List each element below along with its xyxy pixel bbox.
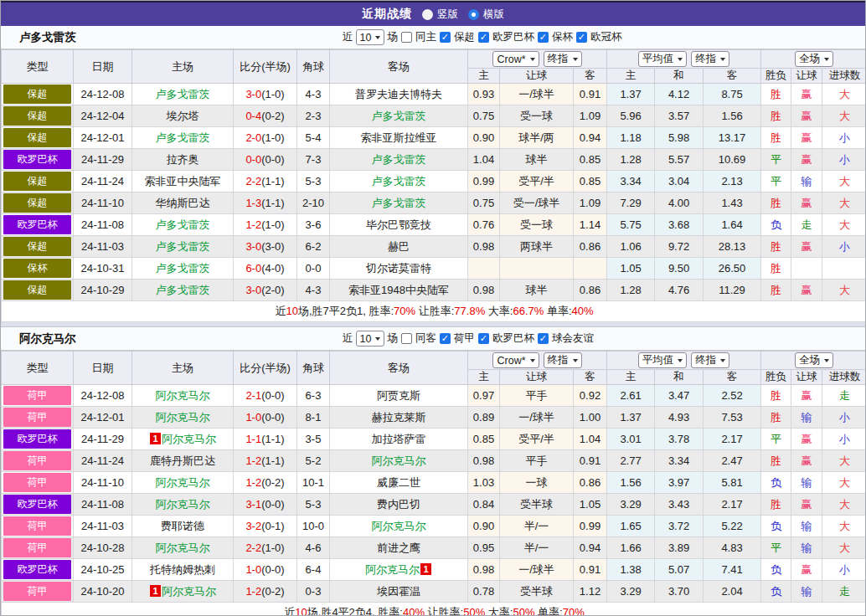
away-team-name[interactable]: 赫巴 (388, 240, 410, 253)
home-team-name[interactable]: 卢多戈雷茨 (156, 284, 210, 296)
home-team-cell: 阿尔克马尔 (132, 494, 234, 516)
away-team-name[interactable]: 阿尔克马尔 (372, 454, 426, 467)
away-team-cell: 威廉二世 (330, 472, 468, 494)
home-team-name[interactable]: 托特纳姆热刺 (150, 563, 215, 576)
average-time-select[interactable]: 终指 (691, 352, 729, 368)
league-filter-label[interactable]: 球会友谊 (552, 331, 594, 346)
league-filter-label[interactable]: 欧冠杯 (590, 30, 622, 44)
league-filter-label[interactable]: 保超 (454, 30, 475, 44)
radio-unselected-icon[interactable] (422, 9, 433, 20)
home-team-cell: 阿尔克马尔 (132, 385, 234, 407)
chevron-down-icon (573, 58, 578, 61)
away-team-name[interactable]: 加拉塔萨雷 (372, 433, 426, 445)
corners-cell: 2-3 (297, 105, 330, 127)
layout-option-horizontal[interactable]: 横版 (468, 8, 504, 22)
subcol-handicap: 让球 (500, 69, 574, 84)
odds-handicap-cell: 受半球 (500, 494, 574, 516)
match-date: 24-11-10 (74, 192, 132, 214)
away-team-name[interactable]: 赫拉克莱斯 (372, 411, 426, 424)
average-select[interactable]: 平均值 (638, 352, 688, 368)
average-select[interactable]: 平均值 (638, 51, 688, 67)
match-count-select[interactable]: 10 (356, 331, 385, 346)
away-team-name[interactable]: 切尔诺莫雷特 (366, 262, 431, 275)
away-team-name[interactable]: 阿尔克马尔 (365, 563, 420, 576)
half-time-score: (1-1) (261, 175, 284, 187)
layout-vertical-label[interactable]: 竖版 (437, 8, 458, 22)
home-team-name[interactable]: 阿尔克马尔 (162, 585, 216, 598)
home-team-name[interactable]: 阿尔克马尔 (156, 411, 210, 424)
home-team-name[interactable]: 埃尔塔 (167, 110, 199, 122)
home-team-name[interactable]: 阿尔克马尔 (156, 476, 210, 489)
league-filter-checkbox[interactable] (440, 333, 451, 344)
same-venue-label[interactable]: 同客 (415, 331, 436, 346)
odds-time-select[interactable]: 终指 (544, 352, 582, 368)
period-select[interactable]: 全场 (795, 352, 833, 368)
summary-text: 10 (295, 606, 307, 616)
away-team-name[interactable]: 前进之鹰 (377, 542, 420, 554)
home-team-name[interactable]: 阿尔克马尔 (156, 498, 210, 511)
result-wl-cell: 负 (761, 472, 791, 494)
away-team-name[interactable]: 卢多戈雷茨 (372, 153, 426, 166)
match-row: 保杯24-10-31卢多戈雷茨6-0(4-0)0-0切尔诺莫雷特1.059.50… (2, 258, 866, 280)
col-header-corner: 角球 (297, 50, 330, 84)
home-team-name[interactable]: 卢多戈雷茨 (156, 262, 210, 275)
league-filter-label[interactable]: 欧罗巴杯 (492, 30, 534, 44)
home-team-name[interactable]: 卢多戈雷茨 (156, 240, 210, 253)
half-time-score: (1-0) (261, 131, 284, 144)
home-team-name[interactable]: 卢多戈雷茨 (156, 218, 210, 231)
odds-company-select[interactable]: Crow* (492, 352, 539, 368)
league-filter-label[interactable]: 欧罗巴杯 (492, 331, 534, 346)
away-team-name[interactable]: 埃因霍温 (377, 585, 420, 598)
period-select[interactable]: 全场 (795, 51, 833, 67)
away-team-name[interactable]: 索非亚1948中央陆军 (348, 284, 449, 296)
avg-home-cell: 1.05 (607, 258, 655, 280)
odds-time-select[interactable]: 终指 (544, 51, 582, 67)
away-team-name[interactable]: 索非亚斯拉维亚 (361, 131, 437, 144)
away-team-name[interactable]: 卢多戈雷茨 (372, 175, 426, 187)
score-cell: 1-2(1-0) (234, 214, 297, 236)
league-filter-label[interactable]: 荷甲 (454, 331, 475, 346)
radio-selected-icon[interactable] (468, 9, 479, 20)
odds-away-cell: 1.04 (574, 429, 607, 450)
home-team-name[interactable]: 阿尔克马尔 (156, 542, 210, 554)
average-time-select[interactable]: 终指 (691, 51, 729, 67)
home-team-name[interactable]: 阿尔克马尔 (162, 433, 216, 445)
league-filter-checkbox[interactable] (478, 333, 489, 344)
league-filter-checkbox[interactable] (576, 32, 587, 43)
home-team-name[interactable]: 拉齐奥 (167, 153, 199, 166)
home-team-name[interactable]: 华纳斯巴达 (156, 197, 210, 209)
match-count-select[interactable]: 10 (356, 29, 385, 45)
league-filter-checkbox[interactable] (538, 32, 549, 43)
same-venue-label[interactable]: 同主 (415, 30, 436, 44)
away-team-name[interactable]: 威廉二世 (377, 476, 420, 489)
layout-option-vertical[interactable]: 竖版 (422, 8, 458, 22)
home-team-name[interactable]: 费耶诺德 (161, 520, 204, 532)
away-team-name[interactable]: 费内巴切 (377, 498, 420, 511)
home-team-name[interactable]: 鹿特丹斯巴达 (150, 454, 215, 467)
match-date: 24-11-24 (74, 450, 132, 472)
home-team-name[interactable]: 卢多戈雷茨 (156, 88, 210, 100)
league-filter-checkbox[interactable] (538, 333, 549, 344)
away-team-name[interactable]: 卢多戈雷茨 (372, 110, 426, 122)
away-team-name[interactable]: 阿贾克斯 (377, 389, 420, 402)
result-wl-cell: 平 (761, 171, 791, 192)
odds-home-cell: 0.99 (468, 171, 500, 192)
home-team-name[interactable]: 阿尔克马尔 (156, 389, 210, 402)
league-filter-label[interactable]: 保杯 (552, 30, 573, 44)
odds-company-select[interactable]: Crow* (492, 51, 539, 67)
away-team-name[interactable]: 阿尔克马尔 (372, 520, 426, 532)
league-filter-checkbox[interactable] (440, 32, 451, 43)
same-venue-checkbox[interactable] (401, 32, 412, 43)
away-team-name[interactable]: 毕尔巴鄂竞技 (366, 218, 431, 231)
avg-draw-cell: 3.34 (655, 450, 704, 472)
away-team-name[interactable]: 卢多戈雷茨 (372, 197, 426, 209)
odds-handicap-cell: 球半 (500, 280, 574, 301)
home-team-name[interactable]: 卢多戈雷茨 (156, 131, 210, 144)
league-badge: 保超 (3, 85, 71, 104)
home-team-name[interactable]: 索非亚中央陆军 (145, 175, 221, 187)
layout-horizontal-label[interactable]: 横版 (483, 8, 504, 22)
same-venue-checkbox[interactable] (401, 333, 412, 344)
odds-away-cell: 0.86 (574, 472, 607, 494)
away-team-name[interactable]: 普罗夫迪夫博特夫 (355, 88, 442, 100)
league-filter-checkbox[interactable] (478, 32, 489, 43)
